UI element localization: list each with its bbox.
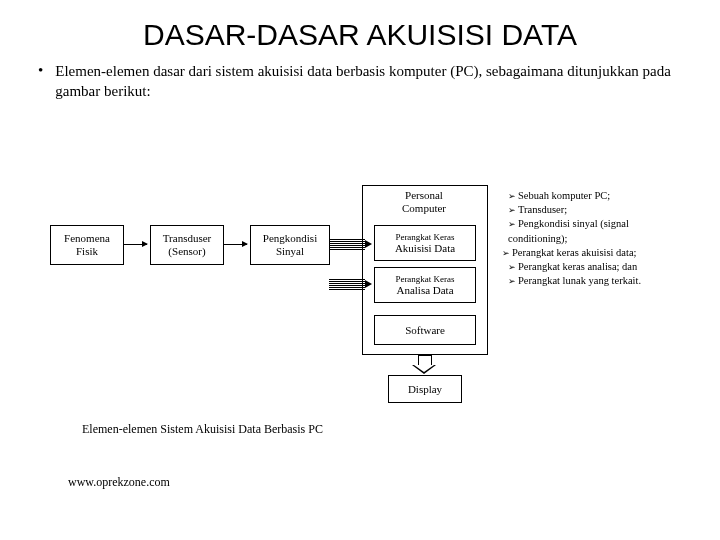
box-fenomena: Fenomena Fisik: [50, 225, 124, 265]
box-text: Transduser: [163, 232, 212, 245]
diagram: Fenomena Fisik Transduser (Sensor) Pengk…: [30, 175, 690, 445]
box-display: Display: [388, 375, 462, 403]
box-text: Computer: [402, 202, 446, 214]
box-pengkondisi: Pengkondisi Sinyal: [250, 225, 330, 265]
box-text: Akuisisi Data: [395, 242, 455, 255]
list-item: Perangkat keras akuisisi data;: [502, 246, 690, 260]
diagram-caption: Elemen-elemen Sistem Akuisisi Data Berba…: [82, 422, 323, 437]
bullet-dot: •: [38, 62, 43, 101]
box-text: Perangkat Keras: [395, 274, 454, 284]
bullet-text: Elemen-elemen dasar dari sistem akuisisi…: [55, 62, 686, 101]
list-item: Perangkat keras analisa; dan: [508, 260, 690, 274]
box-text: Sinyal: [276, 245, 304, 258]
box-text: (Sensor): [168, 245, 205, 258]
source-url: www.oprekzone.com: [68, 475, 170, 490]
box-text: Software: [405, 324, 445, 337]
arrow: [223, 244, 247, 245]
block-arrow-down: [412, 355, 436, 373]
box-analisa: Perangkat Keras Analisa Data: [374, 267, 476, 303]
box-text: Fisik: [76, 245, 98, 258]
box-transduser: Transduser (Sensor): [150, 225, 224, 265]
list-item: Transduser;: [508, 203, 690, 217]
bus-arrow: [329, 279, 371, 289]
box-text: Pengkondisi: [263, 232, 317, 245]
box-text: Perangkat Keras: [395, 232, 454, 242]
box-text: Fenomena: [64, 232, 110, 245]
pc-label: Personal Computer: [362, 189, 486, 214]
box-akuisisi: Perangkat Keras Akuisisi Data: [374, 225, 476, 261]
box-text: Personal: [405, 189, 443, 201]
bullet-item: • Elemen-elemen dasar dari sistem akuisi…: [38, 62, 686, 101]
box-software: Software: [374, 315, 476, 345]
arrow: [123, 244, 147, 245]
list-item: Sebuah komputer PC;: [508, 189, 690, 203]
box-text: Analisa Data: [396, 284, 453, 297]
box-text: Display: [408, 383, 442, 396]
component-list: Sebuah komputer PC; Transduser; Pengkond…: [508, 189, 690, 288]
list-item: Pengkondisi sinyal (signal conditioning)…: [508, 217, 690, 245]
page-title: DASAR-DASAR AKUISISI DATA: [0, 18, 720, 52]
list-item: Perangkat lunak yang terkait.: [508, 274, 690, 288]
